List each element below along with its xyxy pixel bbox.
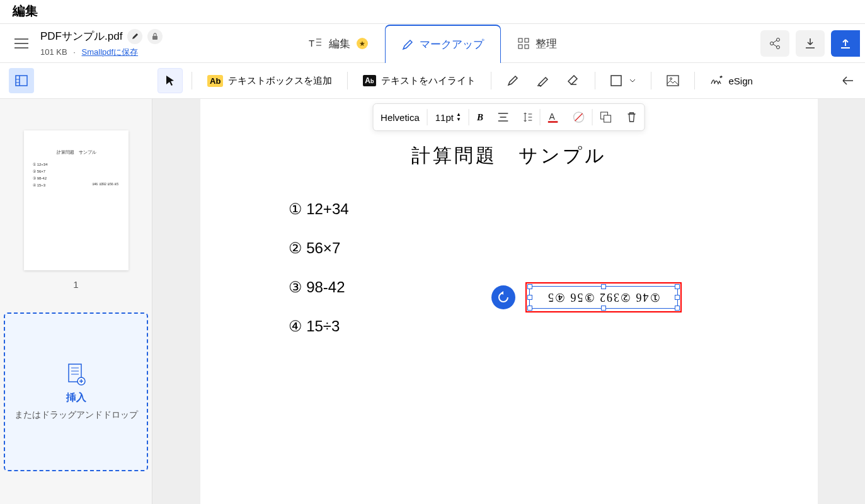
- selected-textbox[interactable]: ①46 ②392 ③56 ④5: [525, 282, 682, 312]
- share-button[interactable]: [760, 30, 789, 57]
- save-to-smallpdf-link[interactable]: Smallpdfに保存: [82, 47, 139, 57]
- insert-page-icon: [67, 364, 86, 386]
- svg-point-15: [670, 78, 672, 80]
- align-button[interactable]: [491, 104, 516, 130]
- download-icon: [804, 37, 816, 50]
- share-icon: [769, 37, 781, 50]
- highlight-badge-icon: Ab: [363, 75, 375, 86]
- resize-handle[interactable]: [675, 284, 680, 289]
- text-color-icon: A: [548, 112, 558, 123]
- font-size-select[interactable]: 11pt ▲▼: [428, 104, 469, 130]
- thumb-line: ① 12+34: [33, 162, 120, 166]
- duplicate-button[interactable]: [593, 104, 619, 130]
- align-center-icon: [498, 113, 508, 122]
- ab-badge-icon: Ab: [207, 75, 223, 87]
- highlight-text-button[interactable]: Ab テキストをハイライト: [357, 68, 481, 93]
- tab-organize-label: 整理: [536, 37, 557, 51]
- pencil-icon: [507, 74, 519, 87]
- resize-handle[interactable]: [675, 295, 680, 300]
- star-badge-icon: ★: [357, 38, 368, 49]
- no-fill-button[interactable]: [566, 104, 592, 130]
- lock-button[interactable]: [147, 29, 163, 44]
- file-meta: 101 KB · Smallpdfに保存: [40, 47, 163, 58]
- eraser-button[interactable]: [561, 68, 586, 93]
- panel-toggle-button[interactable]: [9, 68, 34, 93]
- rotate-icon: [497, 291, 510, 304]
- tab-markup-label: マークアップ: [420, 37, 484, 52]
- panel-icon: [15, 74, 28, 87]
- rename-button[interactable]: [127, 29, 142, 44]
- tab-markup[interactable]: マークアップ: [385, 25, 501, 63]
- esign-label: eSign: [729, 76, 753, 86]
- highlight-label: テキストをハイライト: [381, 75, 476, 87]
- problem-line: ① 12+34: [289, 200, 730, 218]
- svg-rect-22: [548, 121, 558, 123]
- delete-button[interactable]: [619, 104, 644, 130]
- svg-text:T: T: [309, 38, 314, 49]
- hamburger-icon: [14, 38, 28, 49]
- document-title: 計算問題 サンプル: [289, 143, 730, 169]
- svg-rect-5: [525, 45, 529, 49]
- file-name: PDFサンプル.pdf: [40, 29, 122, 43]
- upload-icon: [839, 37, 852, 50]
- chevron-down-icon: [629, 79, 636, 83]
- image-icon: [667, 75, 679, 86]
- svg-point-8: [777, 45, 780, 49]
- freehand-draw-button[interactable]: [500, 68, 525, 93]
- answer-text: ①46 ②392 ③56 ④5: [547, 290, 660, 304]
- image-button[interactable]: [660, 68, 685, 93]
- highlighter-button[interactable]: [530, 68, 556, 93]
- svg-line-24: [575, 113, 583, 121]
- add-textbox-label: テキストボックスを追加: [228, 75, 332, 87]
- insert-page-dropzone[interactable]: 挿入 またはドラッグアンドドロップ: [4, 312, 148, 471]
- pencil-icon: [132, 33, 139, 40]
- text-format-toolbar: Helvetica 11pt ▲▼ B A: [372, 103, 645, 131]
- svg-point-7: [777, 38, 780, 41]
- download-button[interactable]: [796, 30, 825, 57]
- svg-rect-26: [604, 115, 611, 122]
- svg-rect-3: [525, 38, 529, 42]
- eraser-icon: [566, 75, 580, 86]
- back-arrow-button[interactable]: [835, 68, 860, 93]
- svg-rect-2: [518, 38, 522, 42]
- svg-rect-13: [611, 76, 621, 86]
- page-thumbnail[interactable]: 計算問題 サンプル ① 12+34 ② 56×7 ③ 98-42 ④ 15÷3 …: [24, 130, 129, 270]
- svg-rect-14: [667, 76, 679, 86]
- esign-button[interactable]: eSign: [704, 68, 759, 93]
- thumb-answers: ①46 ②392 ③56 ④5: [92, 182, 118, 186]
- resize-handle[interactable]: [527, 295, 532, 300]
- resize-handle[interactable]: [527, 284, 532, 289]
- font-family-select[interactable]: Helvetica: [373, 104, 427, 130]
- document-page[interactable]: 計算問題 サンプル ① 12+34 ② 56×7 ③ 98-42 ④ 15÷3 …: [200, 99, 818, 504]
- problem-line: ② 56×7: [289, 239, 730, 257]
- svg-rect-4: [518, 45, 522, 49]
- select-tool-button[interactable]: [158, 68, 183, 93]
- resize-handle[interactable]: [601, 306, 606, 311]
- shape-button[interactable]: [604, 68, 642, 93]
- problem-line: ④ 15÷3: [289, 318, 730, 335]
- file-size: 101 KB: [40, 47, 67, 57]
- duplicate-icon: [600, 112, 612, 123]
- text-color-button[interactable]: A: [541, 104, 566, 130]
- thumb-line: ② 56×7: [33, 169, 120, 173]
- tab-edit[interactable]: T 編集 ★: [292, 24, 385, 62]
- add-textbox-button[interactable]: Ab テキストボックスを追加: [201, 68, 338, 93]
- grid-icon: [518, 38, 529, 49]
- line-height-icon: [524, 112, 532, 122]
- tab-organize[interactable]: 整理: [501, 24, 574, 62]
- svg-text:A: A: [549, 112, 556, 122]
- export-button[interactable]: [831, 30, 860, 57]
- trash-icon: [627, 112, 637, 123]
- svg-point-6: [770, 42, 774, 45]
- no-fill-icon: [573, 112, 585, 123]
- resize-handle[interactable]: [601, 284, 606, 289]
- resize-handle[interactable]: [675, 306, 680, 311]
- rotate-handle[interactable]: [491, 285, 515, 309]
- hamburger-menu-button[interactable]: [8, 30, 35, 57]
- bold-button[interactable]: B: [469, 104, 491, 130]
- resize-handle[interactable]: [527, 306, 532, 311]
- thumb-title: 計算問題 サンプル: [33, 149, 120, 156]
- text-edit-icon: T: [309, 37, 323, 50]
- stepper-icon[interactable]: ▲▼: [456, 112, 461, 122]
- line-height-button[interactable]: [516, 104, 540, 130]
